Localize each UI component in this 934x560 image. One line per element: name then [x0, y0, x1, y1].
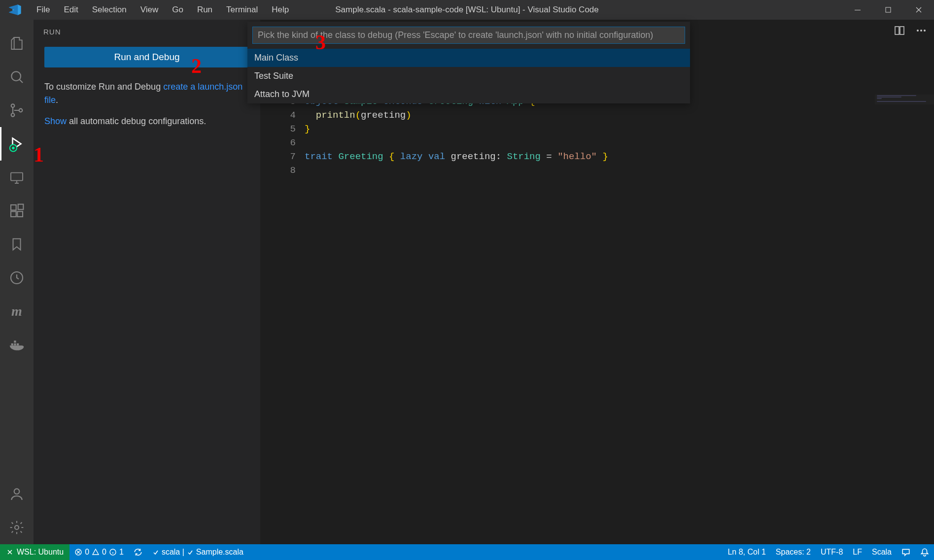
svg-point-6 [11, 104, 15, 107]
menu-help[interactable]: Help [265, 0, 296, 20]
quick-pick-item-attach-jvm[interactable]: Attach to JVM [247, 85, 690, 103]
svg-point-25 [917, 30, 919, 32]
quick-pick-input[interactable] [252, 27, 685, 44]
menu-view[interactable]: View [134, 0, 166, 20]
source-control-icon[interactable] [0, 94, 34, 127]
remote-indicator[interactable]: WSL: Ubuntu [0, 544, 69, 560]
code-token: = [546, 151, 557, 162]
run-debug-icon[interactable] [0, 127, 34, 161]
show-text: Show all automatic debug configurations. [44, 115, 249, 128]
code-token: println [305, 110, 355, 121]
svg-rect-24 [900, 27, 904, 34]
feedback-icon[interactable] [897, 544, 915, 560]
quick-pick-list: Main Class Test Suite Attach to JVM [247, 49, 690, 103]
menu-edit[interactable]: Edit [57, 0, 85, 20]
customize-post: . [56, 95, 58, 105]
timeline-icon[interactable] [0, 261, 34, 295]
svg-rect-17 [11, 343, 13, 345]
notifications-icon[interactable] [915, 544, 934, 560]
quick-pick: Main Class Test Suite Attach to JVM [247, 22, 690, 103]
code-token: : [496, 151, 507, 162]
minimap[interactable] [875, 95, 934, 104]
problems-indicator[interactable]: 0 0 1 [69, 544, 129, 560]
svg-point-4 [11, 71, 21, 81]
menu-selection[interactable]: Selection [85, 0, 134, 20]
svg-point-8 [19, 109, 23, 112]
customize-pre: To customize Run and Debug [44, 82, 163, 92]
code-token: String [507, 151, 547, 162]
svg-point-27 [924, 30, 926, 32]
close-button[interactable] [903, 0, 934, 20]
svg-rect-12 [11, 205, 16, 210]
svg-point-10 [12, 147, 15, 150]
code-token: Greeting [338, 151, 389, 162]
eol-status[interactable]: LF [848, 544, 867, 560]
remote-explorer-icon[interactable] [0, 161, 34, 194]
minimize-button[interactable] [842, 0, 873, 20]
activity-bar: m [0, 20, 34, 544]
show-post: all automatic debug configurations. [67, 116, 206, 126]
metals-icon[interactable]: m [0, 295, 34, 328]
code-token: ( [355, 110, 361, 121]
line-num: 7 [260, 150, 296, 164]
svg-point-26 [920, 30, 922, 32]
show-configs-link[interactable]: Show [44, 116, 67, 126]
encoding-status[interactable]: UTF-8 [816, 544, 848, 560]
menu-go[interactable]: Go [165, 0, 190, 20]
language-mode[interactable]: Scala [867, 544, 897, 560]
run-sidebar: RUN Run and Debug To customize Run and D… [34, 20, 260, 544]
code-token: { [389, 151, 400, 162]
editor-content[interactable]: 3 4 5 6 7 8 object Sample extends Greeti… [260, 41, 934, 544]
code-token: val [428, 151, 451, 162]
svg-line-5 [19, 79, 23, 83]
remote-label: WSL: Ubuntu [17, 548, 64, 557]
settings-gear-icon[interactable] [0, 511, 34, 544]
line-num: 5 [260, 122, 296, 136]
status-bar: WSL: Ubuntu 0 0 1 scala | Sample.scala L… [0, 544, 934, 560]
maximize-button[interactable] [873, 0, 903, 20]
svg-rect-0 [855, 10, 861, 10]
quick-pick-item-main-class[interactable]: Main Class [247, 49, 690, 67]
warning-count: 0 [102, 548, 106, 557]
more-actions-icon[interactable] [915, 25, 927, 36]
titlebar: File Edit Selection View Go Run Terminal… [0, 0, 934, 20]
explorer-icon[interactable] [0, 27, 34, 60]
window-title: Sample.scala - scala-sample-code [WSL: U… [335, 5, 599, 15]
account-icon[interactable] [0, 477, 34, 511]
sync-indicator[interactable] [129, 544, 147, 560]
quick-pick-item-test-suite[interactable]: Test Suite [247, 67, 690, 85]
menu-terminal[interactable]: Terminal [219, 0, 265, 20]
menu-run[interactable]: Run [190, 0, 219, 20]
code-area[interactable]: object Sample extends Greeting with App … [305, 41, 934, 544]
file-label: Sample.scala [196, 548, 243, 557]
svg-rect-20 [14, 341, 16, 343]
indentation-status[interactable]: Spaces: 2 [771, 544, 816, 560]
svg-point-7 [11, 113, 15, 117]
sidebar-title: RUN [34, 20, 260, 41]
line-num: 8 [260, 164, 296, 177]
svg-rect-13 [11, 211, 16, 217]
cursor-position[interactable]: Ln 8, Col 1 [723, 544, 770, 560]
code-token: "hello" [557, 151, 602, 162]
error-count: 0 [85, 548, 89, 557]
language-server-status[interactable]: scala | Sample.scala [147, 544, 248, 560]
line-num: 4 [260, 108, 296, 122]
line-num: 6 [260, 136, 296, 150]
svg-rect-18 [14, 343, 16, 345]
menu-file[interactable]: File [30, 0, 57, 20]
info-count: 1 [119, 548, 124, 557]
code-token: } [602, 151, 608, 162]
customize-text: To customize Run and Debug create a laun… [44, 80, 249, 107]
run-and-debug-button[interactable]: Run and Debug [44, 47, 249, 67]
menu-bar: File Edit Selection View Go Run Terminal… [30, 0, 296, 20]
svg-point-22 [15, 526, 19, 529]
bookmark-icon[interactable] [0, 228, 34, 261]
search-icon[interactable] [0, 60, 34, 94]
vscode-logo-icon [6, 1, 24, 19]
extensions-icon[interactable] [0, 194, 34, 228]
svg-rect-15 [18, 204, 24, 210]
docker-icon[interactable] [0, 328, 34, 362]
svg-point-21 [14, 489, 20, 494]
code-token: greeting [361, 110, 406, 121]
split-editor-icon[interactable] [894, 25, 905, 36]
